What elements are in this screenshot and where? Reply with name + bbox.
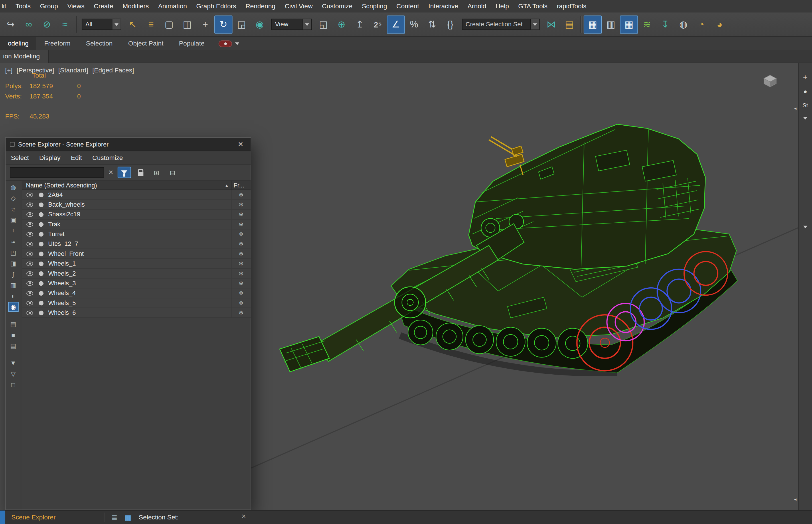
visibility-eye-icon[interactable] (26, 311, 33, 315)
visibility-eye-icon[interactable] (26, 242, 33, 246)
align-icon[interactable]: ▤ (561, 15, 579, 33)
freeze-icon[interactable]: ❄ (231, 308, 251, 318)
tank-model[interactable] (280, 124, 737, 376)
menu-item[interactable]: Content (392, 0, 424, 12)
scene-explorer-dock-tab[interactable]: Scene Explorer (12, 514, 105, 521)
display-bones-icon[interactable]: ∫ (8, 269, 18, 279)
select-children-toggle[interactable]: ⊞ (150, 167, 163, 178)
menu-item[interactable]: Modifiers (118, 0, 153, 12)
rollout-arrow-icon[interactable] (803, 223, 807, 230)
render-toggle-icon[interactable] (39, 300, 44, 305)
lock-cell-editing-button[interactable] (134, 167, 147, 178)
explorer-menu-item[interactable]: Select (6, 154, 34, 161)
select-object-icon[interactable]: ↖ (124, 15, 142, 33)
scene-object-row[interactable]: Trak ❄ (22, 219, 251, 229)
display-shapes-icon[interactable]: ◇ (8, 193, 18, 203)
named-selection-sets-icon[interactable]: {} (441, 15, 459, 33)
visibility-eye-icon[interactable] (26, 291, 33, 295)
display-geometry-icon[interactable]: ◍ (8, 182, 18, 192)
visibility-eye-icon[interactable] (26, 222, 33, 226)
window-crossing-icon[interactable]: ◫ (178, 15, 196, 33)
scene-object-row[interactable]: Wheels_4 ❄ (22, 289, 251, 298)
scene-object-row[interactable]: Wheel_Front ❄ (22, 249, 251, 259)
scene-object-row[interactable]: Wheels_3 ❄ (22, 278, 251, 288)
filter-combinations-icon[interactable]: ▼ (8, 358, 18, 367)
docked-panels-icon[interactable]: ≣ (111, 513, 117, 521)
visibility-eye-icon[interactable] (26, 281, 33, 285)
visibility-eye-icon[interactable] (26, 300, 33, 305)
mirror-icon[interactable]: ⋈ (542, 15, 560, 33)
spinner-snap-icon[interactable]: ⇅ (423, 15, 441, 33)
menu-item[interactable]: lit (0, 0, 11, 12)
scene-object-row[interactable]: Utes_12_7 ❄ (22, 239, 251, 249)
redo-icon[interactable]: ↪ (1, 15, 19, 33)
category-dropdown-label[interactable]: St (802, 102, 808, 108)
explorer-menu-item[interactable]: Edit (66, 154, 87, 161)
filter-button[interactable] (118, 167, 131, 178)
select-and-manipulate-icon[interactable]: ⊕ (332, 15, 351, 33)
visibility-eye-icon[interactable] (26, 232, 33, 236)
bind-to-spacewarp-icon[interactable]: ≈ (56, 15, 74, 33)
select-and-move-icon[interactable]: + (196, 15, 214, 33)
display-containers-icon[interactable]: ▥ (8, 280, 18, 290)
render-toggle-icon[interactable] (39, 242, 44, 246)
scene-explorer-window[interactable]: Scene Explorer - Scene Explorer ✕ Select… (5, 137, 251, 510)
freeze-icon[interactable]: ❄ (231, 210, 251, 219)
explorer-menu-item[interactable]: Customize (87, 154, 128, 161)
rendered-frame-icon[interactable]: ◕ (710, 15, 728, 33)
named-selection-set-dropdown[interactable]: Create Selection Set (462, 19, 539, 30)
percent-snap-icon[interactable]: % (405, 15, 423, 33)
render-toggle-icon[interactable] (39, 251, 44, 256)
menu-item[interactable]: Animation (153, 0, 192, 12)
hierarchy-view-icon[interactable]: ▤ (8, 341, 18, 350)
panel-tab-polygon-modeling[interactable]: ion Modeling (0, 50, 49, 63)
menu-item[interactable]: Tools (11, 0, 35, 12)
menu-item[interactable]: Views (63, 0, 89, 12)
display-visibility-icon[interactable]: ◉ (8, 302, 18, 312)
select-and-rotate-icon[interactable]: ↻ (214, 15, 232, 33)
front-wheel[interactable] (395, 287, 426, 318)
viewport-shading-menu[interactable]: [Edged Faces] (92, 67, 134, 74)
schematic-view-icon[interactable]: ↧ (656, 15, 674, 33)
menu-item[interactable]: Civil View (280, 0, 317, 12)
menu-item[interactable]: Create (89, 0, 118, 12)
freeze-icon[interactable]: ❄ (231, 259, 251, 268)
name-column-header[interactable]: Name (Sorted Ascending) (22, 181, 231, 189)
display-groups-icon[interactable]: ◳ (8, 248, 18, 257)
freeze-icon[interactable]: ❄ (231, 200, 251, 209)
menu-item[interactable]: Rendering (241, 0, 280, 12)
freeze-icon[interactable]: ❄ (231, 239, 251, 249)
render-toggle-icon[interactable] (39, 212, 44, 217)
material-editor-icon[interactable]: ◍ (674, 15, 692, 33)
render-toggle-icon[interactable] (39, 291, 44, 295)
dock-close-icon[interactable]: ✕ (241, 513, 246, 520)
render-toggle-icon[interactable] (39, 281, 44, 285)
display-helpers-icon[interactable]: + (8, 226, 18, 235)
menu-item[interactable]: GTA Tools (514, 0, 552, 12)
menu-item[interactable]: Arnold (463, 0, 491, 12)
freeze-icon[interactable]: ❄ (231, 219, 251, 229)
angle-snap-icon[interactable]: ∠ (387, 15, 405, 33)
ribbon-overflow-button[interactable] (218, 40, 232, 47)
menu-item[interactable]: Interactive (424, 0, 463, 12)
render-toggle-icon[interactable] (39, 261, 44, 266)
layer-explorer-toggle-icon[interactable]: ▥ (602, 15, 620, 33)
selection-filter-dropdown[interactable]: All (82, 19, 121, 30)
scene-object-row[interactable]: Wheels_5 ❄ (22, 298, 251, 308)
scene-object-row[interactable]: Shassi2c19 ❄ (22, 210, 251, 219)
ribbon-caret-icon[interactable] (235, 40, 239, 47)
menu-item[interactable]: rapidTools (552, 0, 591, 12)
panel-collapse-arrow-icon[interactable]: ◂ (794, 105, 797, 111)
visibility-eye-icon[interactable] (26, 192, 33, 197)
render-toggle-icon[interactable] (39, 271, 44, 276)
visibility-eye-icon[interactable] (26, 251, 33, 256)
dropdown-arrow-icon[interactable] (112, 19, 121, 30)
freeze-icon[interactable]: ❄ (231, 278, 251, 288)
visibility-eye-icon[interactable] (26, 202, 33, 207)
display-lights-icon[interactable]: ☼ (8, 204, 18, 214)
panel-collapse-arrow-icon[interactable]: ◂ (794, 496, 797, 502)
ribbon-tab[interactable]: Populate (171, 37, 212, 50)
freeze-icon[interactable]: ❄ (231, 190, 251, 199)
render-toggle-icon[interactable] (39, 192, 44, 197)
menu-item[interactable]: Scripting (357, 0, 392, 12)
